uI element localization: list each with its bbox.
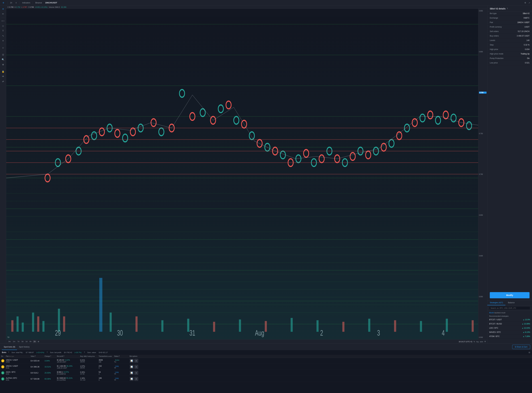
log-option[interactable]: log	[476, 341, 479, 343]
tf-3m[interactable]: 3m	[7, 340, 12, 343]
sell-orders-value: 517.19 1INCH	[518, 30, 530, 33]
tab-spot-bots[interactable]: Spot bots (9)	[2, 344, 17, 350]
low-value: 0.787	[23, 6, 27, 8]
tf-1h[interactable]: 1h	[33, 340, 37, 343]
tx-main-1: 3636	[99, 359, 114, 361]
chart-btn-4[interactable]: 📊	[130, 377, 134, 381]
share-earn-button[interactable]: $ Share & Earn	[512, 345, 530, 349]
timeframe-buttons: 3m 1m 7d 3d 1d 6h 1h ⊞	[7, 340, 40, 343]
ruler-tool[interactable]: ⊡	[1, 52, 5, 57]
chart-btn-2[interactable]: 📊	[130, 365, 134, 369]
detail-levels: Levels 140	[487, 38, 532, 43]
timeframe-btn[interactable]: 1h	[10, 1, 13, 4]
pnl-info-icon[interactable]: ?	[8, 352, 9, 353]
th-change: Change ?	[44, 355, 57, 357]
strategy-item-waves-btc[interactable]: WAVES / BTC ▲8.13%	[487, 330, 532, 334]
right-panel: SBot V2 details ? Bot type SBot V2 Excha…	[487, 5, 532, 344]
trading-time-1: 15d 6h	[80, 361, 99, 363]
avg-1: 0.21% 15d 6h	[80, 359, 99, 363]
strategy-item-btcst-usdt[interactable]: BTCST / USDT ▲13.5%	[487, 318, 532, 322]
chart-btn-3[interactable]: 📊	[130, 371, 134, 375]
value-2: $ 4 366.36	[31, 366, 44, 368]
profit-1: $ 126.02 3.22% 125.99 USDT	[57, 359, 80, 363]
status-2: Long TP	[114, 365, 130, 369]
pct-option[interactable]: %	[474, 341, 475, 343]
stop-btn-1[interactable]: ⊘	[134, 359, 138, 363]
emoji-tool[interactable]: ☺	[1, 45, 5, 50]
strategy-search-input[interactable]	[489, 306, 530, 310]
lock-tool[interactable]: 🔒	[1, 69, 5, 74]
strategy-item-atom-btc[interactable]: ATOM / BTC ▲7.28%	[487, 334, 532, 339]
strategy-pct: ▲13.5%	[523, 319, 530, 321]
tx-4: 186 0	[99, 377, 114, 381]
value-info-icon[interactable]: ?	[84, 352, 85, 353]
settings-btn[interactable]: ⚙	[524, 1, 527, 4]
exchange-icon-1: B	[1, 359, 6, 362]
tf-1d[interactable]: 1d	[24, 340, 28, 343]
magnet-tool[interactable]: ⊕	[1, 62, 5, 67]
status-badge-2: Long	[114, 365, 119, 367]
chart-btn-1[interactable]: 📊	[130, 359, 134, 363]
status-3: Long TP	[114, 371, 130, 375]
crosshair-tool[interactable]: ✛	[1, 1, 5, 5]
profit-pct-3: 9.37%	[63, 371, 69, 373]
eye-tool[interactable]: 👁	[1, 74, 5, 79]
profit-sub-3: B 0.0288723	[57, 373, 80, 375]
high-price-mode-label: High price mode	[490, 53, 503, 55]
backtest-month: Month	[489, 312, 494, 314]
modify-button[interactable]: Modify	[490, 292, 530, 298]
tf-3d[interactable]: 3d	[21, 340, 24, 343]
strategy-pct: ▲13.08%	[522, 323, 530, 325]
detail-bot-type: Bot type SBot V2	[487, 11, 532, 16]
strategy-item-btcst-busd[interactable]: BTCST / BUSD ▲13.08%	[487, 322, 532, 326]
tab-spot-history[interactable]: Spot history	[17, 344, 31, 350]
ohlc-display: O 0.789 H 0.792 L 0.787 C 0.789 +0.001 (…	[7, 6, 48, 8]
zoom-tool[interactable]: 🔍	[1, 57, 5, 62]
tf-compare[interactable]: ⊞	[37, 340, 40, 343]
detail-high-price: High price 0.834	[487, 47, 532, 52]
chart-grid-bg	[6, 9, 478, 339]
stop-btn-4[interactable]: ⊘	[134, 377, 138, 381]
avg-daily-2: 1.57%	[80, 365, 99, 367]
help-icon[interactable]: ?	[507, 8, 508, 10]
tf-1m[interactable]: 1m	[12, 340, 16, 343]
shapes-tool[interactable]: ◇	[1, 24, 5, 28]
cursor-tool[interactable]: ✛	[1, 7, 5, 11]
tab-strategies[interactable]: Strategies (427)	[487, 300, 505, 305]
tab-balance[interactable]: Balance	[505, 300, 517, 305]
auto-option[interactable]: auto	[480, 341, 483, 343]
profit-label: Sum. bot profit:	[50, 352, 62, 353]
fullscreen-btn[interactable]: ⤢	[528, 1, 531, 4]
table-row: B 1INCH / USDT DCA $ 4 366.36 33.51% $ 1…	[0, 364, 532, 370]
profit-pct: (+20.7%)	[75, 352, 82, 353]
chart-container[interactable]: 29 30 31 Aug 2 3 4 0.850 0.800 0.789 0.7…	[6, 9, 487, 339]
status-badge-4: Long	[114, 377, 119, 379]
th-status: Status ?	[114, 355, 130, 357]
candle-type-btn[interactable]: 🕯	[15, 1, 18, 4]
settings-gear[interactable]: ⚙	[484, 341, 486, 343]
pair-label: Pair	[490, 21, 493, 24]
levels-value: 140	[527, 39, 530, 41]
time-display: 18:16:27 (UTC+3)	[459, 341, 472, 343]
indicators-btn[interactable]: Indicators	[21, 1, 31, 4]
bot-type-value: SBot V2	[523, 12, 530, 15]
profit-info-icon[interactable]: ?	[47, 352, 48, 353]
tf-7d[interactable]: 7d	[17, 340, 20, 343]
text-tool[interactable]: T	[1, 29, 5, 33]
binance-icon: B	[1, 359, 4, 362]
lines-tool[interactable]: ⟵	[1, 19, 5, 23]
measure-tool[interactable]: ≡	[1, 39, 5, 43]
filter-icon[interactable]: ⊟	[529, 351, 530, 354]
pen-tool[interactable]: ✏	[1, 12, 5, 16]
sync-tool[interactable]: ⇄	[1, 79, 5, 84]
strategy-item-ldo-btc[interactable]: LDO / BTC ▲12.03%	[487, 326, 532, 330]
pump-protection-value: On	[527, 57, 530, 59]
patterns-tool[interactable]: ∿	[1, 34, 5, 38]
stop-btn-2[interactable]: ⊘	[134, 365, 138, 369]
tf-6h[interactable]: 6h	[29, 340, 32, 343]
detail-pump-protection: Pump Protection On	[487, 56, 532, 61]
exchange-value: HitBTC	[523, 17, 530, 19]
stop-btn-3[interactable]: ⊘	[134, 371, 138, 375]
bottom-section: Spot bots (9) Spot history $ Share & Ear…	[0, 344, 532, 393]
backtest-text: backtest result	[494, 312, 505, 314]
